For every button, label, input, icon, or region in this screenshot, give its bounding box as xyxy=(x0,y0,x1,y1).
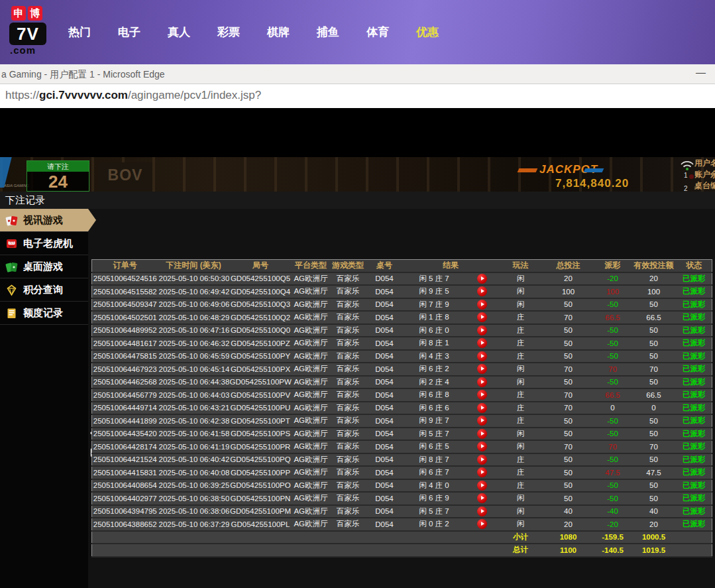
cell-payout: -50 xyxy=(594,479,632,493)
cell-round-id: GD054255100PZ xyxy=(229,337,292,350)
cell-platform: AG欧洲厅 xyxy=(292,285,330,298)
nav-item-slots[interactable]: 电子 xyxy=(118,25,140,40)
cell-result-score: 闲 6 庄 5 xyxy=(403,440,466,453)
sidebar-item-points-query[interactable]: 积分查询 xyxy=(0,278,88,302)
cell-valid-bet: 50 xyxy=(632,350,677,363)
col-payout: 派彩 xyxy=(594,260,632,272)
cell-game-type: 百家乐 xyxy=(330,428,366,441)
replay-play-icon[interactable] xyxy=(477,506,487,516)
cell-bet-time: 2025-05-10 06:46:32 xyxy=(158,337,229,350)
cell-status: 已派彩 xyxy=(677,402,712,415)
cell-result-score: 闲 9 庄 7 xyxy=(403,414,466,428)
cell-order-id: 250510064481617 xyxy=(92,337,158,350)
seat-dot xyxy=(689,174,694,179)
cell-result-score: 闲 1 庄 8 xyxy=(403,311,466,324)
cell-round-id: GD054255100PO xyxy=(229,479,292,493)
cell-platform: AG欧洲厅 xyxy=(292,428,330,441)
replay-play-icon[interactable] xyxy=(477,300,487,310)
cell-order-id: 250510064408654 xyxy=(92,479,158,493)
cell-order-id: 250510064435420 xyxy=(92,428,158,441)
replay-play-icon[interactable] xyxy=(477,441,487,451)
cell-payout: -20 xyxy=(594,272,632,286)
table-row: 2505100644281742025-05-10 06:41:19GD0542… xyxy=(92,440,712,453)
nav-item-fishing[interactable]: 捕鱼 xyxy=(317,25,339,40)
minimize-button[interactable]: — xyxy=(696,66,706,78)
sidebar-item-label: 桌面游戏 xyxy=(23,261,63,273)
replay-play-icon[interactable] xyxy=(477,455,487,465)
cell-round-id: GD054255100PL xyxy=(229,518,292,531)
nav-item-cards[interactable]: 棋牌 xyxy=(267,25,290,40)
jackpot-amount: 7,814,840.20 xyxy=(555,177,629,190)
replay-play-icon[interactable] xyxy=(477,364,487,374)
cell-payout: 70 xyxy=(594,440,632,453)
cell-valid-bet: 50 xyxy=(632,479,677,493)
cell-status: 已派彩 xyxy=(677,337,712,350)
nav-item-lottery[interactable]: 彩票 xyxy=(217,25,240,40)
sidebar-item-quota-records[interactable]: 额度记录 xyxy=(0,302,88,325)
replay-play-icon[interactable] xyxy=(477,274,487,284)
replay-play-icon[interactable] xyxy=(477,416,487,426)
cell-play-side: 庄 xyxy=(499,324,543,337)
cell-round-id: GD054255100Q4 xyxy=(229,285,292,298)
cell-table-no: D054 xyxy=(366,466,403,479)
cell-result-score: 闲 5 庄 7 xyxy=(403,272,466,286)
replay-play-icon[interactable] xyxy=(477,390,487,400)
replay-play-icon[interactable] xyxy=(477,351,487,361)
cell-status: 已派彩 xyxy=(677,414,712,428)
wifi-icon xyxy=(680,160,694,171)
cell-total-bet: 50 xyxy=(543,324,594,337)
cell-total-bet: 70 xyxy=(543,402,594,415)
cell-total-bet: 50 xyxy=(543,298,594,312)
cell-table-no: D054 xyxy=(366,285,403,298)
replay-play-icon[interactable] xyxy=(477,429,487,439)
cell-replay xyxy=(466,298,499,312)
sidebar-item-slot-machines[interactable]: 777 电子老虎机 xyxy=(0,232,88,255)
address-bar[interactable]: https://gci.7vvvvvv.com/agingame/pcv1/in… xyxy=(0,84,715,108)
subtotal-valid: 1000.5 xyxy=(632,531,677,544)
table-row: 2505100644899522025-05-10 06:47:16GD0542… xyxy=(92,324,712,337)
cell-round-id: GD054255100Q2 xyxy=(229,311,292,324)
replay-play-icon[interactable] xyxy=(477,312,487,322)
cell-total-bet: 50 xyxy=(543,414,594,428)
cell-table-no: D054 xyxy=(366,428,403,441)
sidebar-item-video-games[interactable]: 视讯游戏 xyxy=(0,209,88,232)
replay-play-icon[interactable] xyxy=(477,338,487,348)
replay-play-icon[interactable] xyxy=(477,519,487,529)
cell-status: 已派彩 xyxy=(677,440,712,453)
cell-play-side: 庄 xyxy=(499,453,543,467)
cell-payout: 47.5 xyxy=(594,466,632,479)
cell-platform: AG欧洲厅 xyxy=(292,466,330,479)
cell-replay xyxy=(466,272,499,286)
cell-order-id: 250510064489952 xyxy=(92,324,158,337)
subtotal-bet: 1080 xyxy=(543,531,594,544)
replay-play-icon[interactable] xyxy=(477,467,487,477)
cell-bet-time: 2025-05-10 06:49:42 xyxy=(158,285,229,298)
replay-play-icon[interactable] xyxy=(477,481,487,491)
cell-platform: AG欧洲厅 xyxy=(292,388,330,402)
replay-play-icon[interactable] xyxy=(477,325,487,335)
cell-total-bet: 70 xyxy=(543,363,594,376)
cell-platform: AG欧洲厅 xyxy=(292,479,330,493)
replay-play-icon[interactable] xyxy=(477,403,487,413)
nav-item-live[interactable]: 真人 xyxy=(168,25,190,40)
nav-item-promo[interactable]: 优惠 xyxy=(416,25,439,40)
cell-round-id: GD054255100PY xyxy=(229,350,292,363)
cell-round-id: GD054255100PN xyxy=(229,492,292,505)
cell-total-bet: 20 xyxy=(543,272,594,286)
cell-table-no: D054 xyxy=(366,479,403,493)
cell-play-side: 庄 xyxy=(499,402,543,415)
total-label: 总计 xyxy=(499,544,543,557)
nav-item-sports[interactable]: 体育 xyxy=(366,25,389,40)
sidebar-item-table-games[interactable]: 桌面游戏 xyxy=(0,255,88,278)
cell-total-bet: 50 xyxy=(543,376,594,389)
replay-play-icon[interactable] xyxy=(477,377,487,387)
table-row: 2505100644567792025-05-10 06:44:03GD0542… xyxy=(92,388,712,402)
replay-play-icon[interactable] xyxy=(477,493,487,503)
total-row: 总计 1100 -140.5 1019.5 xyxy=(92,544,712,557)
cell-play-side: 闲 xyxy=(499,285,543,298)
cell-status: 已派彩 xyxy=(677,518,712,531)
replay-play-icon[interactable] xyxy=(477,286,487,296)
nav-item-hot[interactable]: 热门 xyxy=(68,25,91,40)
cell-table-no: D054 xyxy=(366,492,403,505)
site-logo[interactable]: 申 博 7V .com xyxy=(9,6,65,56)
